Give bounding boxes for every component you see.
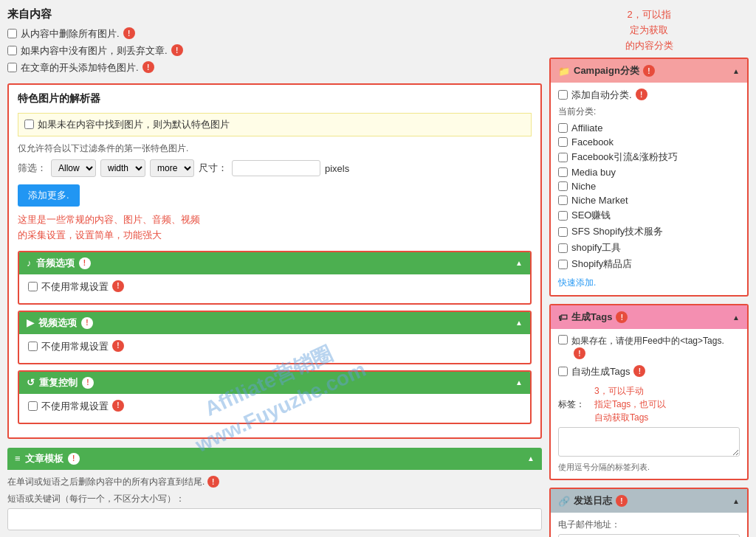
- default-featured-checkbox[interactable]: [24, 119, 34, 129]
- campaign-header-left: 📁 Campaign分类 !: [558, 64, 655, 77]
- log-panel-header: 🔗 发送日志 ! ▲: [551, 489, 747, 513]
- tag-label: 标签：: [558, 398, 585, 411]
- campaign-info-icon[interactable]: !: [643, 65, 655, 77]
- video-arrow-icon: ▲: [515, 319, 523, 327]
- video-body-info-icon[interactable]: !: [112, 340, 124, 352]
- cat-facebook-label: Facebook: [571, 136, 614, 148]
- cat-mediabuy-checkbox[interactable]: [558, 167, 568, 177]
- tags-panel-body: 如果存在，请使用Feed中的<tag>Tags. ! 自动生成Tags ! 标签…: [551, 329, 747, 479]
- repeat-header-left: ↺ 重复控制 !: [27, 376, 94, 389]
- feed-tags-info-icon[interactable]: !: [574, 347, 585, 359]
- auto-tags-checkbox[interactable]: [558, 367, 568, 376]
- add-featured-info-icon[interactable]: !: [142, 61, 154, 73]
- cat-seo-checkbox[interactable]: [558, 211, 568, 221]
- no-image-discard-checkbox[interactable]: [7, 46, 17, 55]
- video-section-header[interactable]: ▶ 视频选项 ! ▲: [19, 312, 530, 334]
- video-header-left: ▶ 视频选项 !: [27, 316, 93, 330]
- default-featured-notice: 如果未在内容中找到图片，则为默认特色图片: [18, 113, 532, 136]
- campaign-panel-header: 📁 Campaign分类 ! ▲: [551, 59, 747, 83]
- allow-select[interactable]: Allow: [51, 159, 96, 177]
- page-title: 来自内容: [7, 7, 542, 21]
- list-item: shopify工具: [558, 240, 740, 256]
- audio-body: 不使用常规设置 !: [19, 274, 530, 303]
- audio-default-checkbox[interactable]: [28, 282, 38, 291]
- video-default-checkbox[interactable]: [28, 342, 38, 351]
- add-featured-checkbox[interactable]: [7, 63, 17, 72]
- log-email-input[interactable]: [558, 534, 740, 537]
- tags-help-text: 使用逗号分隔的标签列表.: [558, 462, 740, 473]
- tags-info-icon[interactable]: !: [616, 311, 628, 323]
- audio-body-info-icon[interactable]: !: [112, 280, 124, 292]
- cat-seo-label: SEO赚钱: [571, 209, 611, 222]
- video-info-icon[interactable]: !: [81, 317, 93, 329]
- remove-images-info-icon[interactable]: !: [123, 27, 135, 39]
- more-select[interactable]: more: [150, 159, 194, 177]
- log-link-icon: 🔗: [558, 496, 570, 507]
- keyword-input[interactable]: [7, 508, 542, 530]
- no-image-discard-label: 如果内容中没有图片，则丢弃文章.: [21, 44, 168, 58]
- log-email-label: 电子邮件地址：: [558, 519, 740, 531]
- repeat-default-checkbox[interactable]: [28, 401, 38, 411]
- cat-affiliate-label: Affiliate: [571, 122, 602, 134]
- size-input[interactable]: [232, 160, 320, 176]
- cat-facebook-checkbox[interactable]: [558, 137, 568, 147]
- annotation-3: 3，可以手动 指定Tags，也可以 自动获取Tags: [594, 384, 666, 424]
- auto-tags-row: 自动生成Tags !: [558, 365, 740, 378]
- auto-tags-info-icon[interactable]: !: [633, 365, 645, 377]
- cat-affiliate-checkbox[interactable]: [558, 123, 568, 133]
- cat-sfs-checkbox[interactable]: [558, 227, 568, 237]
- campaign-panel: 📁 Campaign分类 ! ▲ 添加自动分类. ! 当前分类: Affilia…: [549, 58, 749, 297]
- log-header-left: 🔗 发送日志 !: [558, 494, 628, 507]
- cat-nichemarket-label: Niche Market: [571, 195, 628, 206]
- cat-sfs-label: SFS Shopify技术服务: [571, 225, 663, 238]
- annotation-collect: 这里是一些常规的内容、图片、音频、视频 的采集设置，设置简单，功能强大: [18, 212, 532, 243]
- repeat-arrow-icon: ▲: [515, 378, 523, 387]
- cat-fbgrowth-checkbox[interactable]: [558, 153, 568, 162]
- repeat-section-header[interactable]: ↺ 重复控制 ! ▲: [19, 372, 530, 394]
- no-image-discard-info-icon[interactable]: !: [171, 44, 183, 56]
- cat-niche-checkbox[interactable]: [558, 181, 568, 191]
- repeat-info-icon[interactable]: !: [82, 377, 94, 389]
- cat-nichemarket-checkbox[interactable]: [558, 195, 568, 205]
- cat-mediabuy-label: Media buy: [571, 167, 616, 178]
- audio-default-label: 不使用常规设置: [41, 280, 109, 294]
- feed-tags-label: 如果存在，请使用Feed中的<tag>Tags. !: [571, 335, 740, 359]
- log-info-icon[interactable]: !: [616, 495, 628, 507]
- list-item: Niche: [558, 179, 740, 193]
- add-more-button[interactable]: 添加更多.: [18, 184, 80, 207]
- size-label: 尺寸：: [199, 162, 227, 175]
- list-item: Affiliate: [558, 121, 740, 135]
- tags-header-left: 🏷 生成Tags !: [558, 311, 628, 324]
- repeat-title: 重复控制: [39, 376, 78, 389]
- repeat-icon: ↺: [27, 377, 35, 388]
- repeat-body-info-icon[interactable]: !: [112, 400, 124, 412]
- audio-title: 音频选项: [36, 257, 75, 270]
- quick-add-link[interactable]: 快速添加.: [558, 277, 740, 289]
- keyword-label: 短语或关键词（每行一个，不区分大小写）：: [7, 493, 542, 505]
- remove-images-checkbox[interactable]: [7, 29, 17, 38]
- annotation-collect-text: 这里是一些常规的内容、图片、音频、视频 的采集设置，设置简单，功能强大: [18, 214, 200, 240]
- left-column: Affiliate营销圈 www.Fuyuzhe.com 来自内容 从内容中删除…: [7, 7, 542, 537]
- cat-shopifytool-checkbox[interactable]: [558, 243, 568, 253]
- checkbox-row-1: 从内容中删除所有图片. !: [7, 27, 542, 41]
- featured-parser-box: 特色图片的解析器 如果未在内容中找到图片，则为默认特色图片 仅允许符合以下过滤条…: [7, 83, 542, 439]
- article-template-header[interactable]: ≡ 文章模板 ! ▲: [7, 448, 542, 470]
- article-info-icon[interactable]: !: [68, 453, 80, 465]
- audio-section-header[interactable]: ♪ 音频选项 ! ▲: [19, 252, 530, 274]
- width-select[interactable]: width: [100, 159, 145, 177]
- article-icon: ≡: [15, 453, 21, 464]
- audio-info-icon[interactable]: !: [79, 257, 91, 269]
- article-template-title: 文章模板: [25, 452, 63, 465]
- tags-panel-header: 🏷 生成Tags ! ▲: [551, 305, 747, 329]
- video-icon: ▶: [27, 317, 34, 328]
- tags-textarea[interactable]: [558, 427, 740, 457]
- list-item: Facebook引流&涨粉技巧: [558, 149, 740, 165]
- cat-shopifyboutique-checkbox[interactable]: [558, 260, 568, 269]
- feed-tags-row: 如果存在，请使用Feed中的<tag>Tags. !: [558, 335, 740, 359]
- auto-category-info-icon[interactable]: !: [636, 89, 647, 100]
- auto-category-checkbox[interactable]: [558, 90, 568, 100]
- delete-info-icon[interactable]: !: [207, 476, 219, 488]
- feed-tags-checkbox[interactable]: [558, 335, 568, 344]
- repeat-body: 不使用常规设置 !: [19, 394, 530, 423]
- right-column: 2，可以指 定为获取 的内容分类 📁 Campaign分类 ! ▲ 添加自动分类…: [549, 7, 749, 537]
